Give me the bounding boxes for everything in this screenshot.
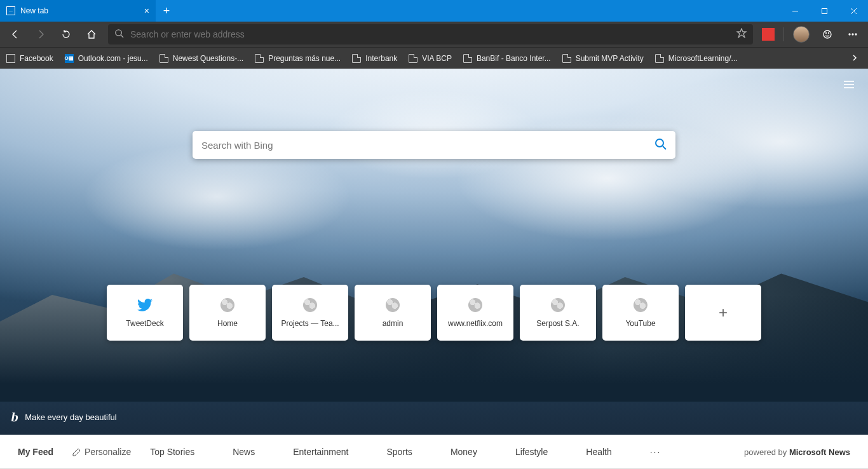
svg-line-5	[121, 35, 123, 37]
feed-category[interactable]: Entertainment	[293, 447, 348, 457]
favorites-overflow-icon[interactable]	[845, 53, 864, 64]
powered-brand: Microsoft News	[789, 447, 850, 457]
tile-label: admin	[383, 319, 403, 328]
quick-link-tile[interactable]: YouTube	[602, 285, 679, 341]
tab-close-icon[interactable]: ×	[144, 6, 149, 16]
globe-icon	[468, 297, 483, 313]
pg-icon	[352, 54, 361, 63]
powered-by: powered by Microsoft News	[744, 447, 850, 457]
tile-label: Home	[217, 319, 238, 328]
favorite-label: Facebook	[20, 54, 53, 63]
favorite-item[interactable]: Facebook	[4, 53, 56, 64]
quick-link-tile[interactable]: Home	[189, 285, 266, 341]
feed-personalize[interactable]: Personalize	[72, 447, 131, 457]
feed-category[interactable]: Top Stories	[150, 447, 194, 457]
pg-icon	[463, 54, 472, 63]
svg-point-16	[656, 139, 663, 147]
svg-line-17	[663, 146, 666, 149]
maximize-button[interactable]	[810, 0, 839, 22]
image-caption[interactable]: b Make every day beautiful	[11, 410, 117, 425]
favorite-item[interactable]: Interbank	[349, 53, 400, 64]
new-tab-button[interactable]: +	[156, 4, 177, 18]
globe-icon	[302, 297, 318, 313]
feed-myfeed[interactable]: My Feed	[18, 447, 53, 457]
feedback-smiley-icon[interactable]	[816, 24, 839, 44]
favorite-label: MicrosoftLearning/...	[668, 54, 738, 63]
title-bar: ··· New tab × +	[0, 0, 868, 22]
feed-category[interactable]: Lifestyle	[515, 447, 548, 457]
globe-icon	[220, 297, 235, 313]
globe-icon	[385, 297, 400, 313]
bing-search-box[interactable]	[193, 131, 675, 159]
refresh-button[interactable]	[55, 24, 78, 44]
pg-icon	[409, 54, 417, 63]
globe-icon	[550, 297, 566, 313]
address-bar[interactable]	[108, 24, 753, 44]
svg-marker-6	[737, 29, 746, 37]
feed-category[interactable]: Health	[586, 447, 611, 457]
svg-point-10	[849, 34, 850, 35]
close-window-button[interactable]	[839, 0, 868, 22]
tile-label: Projects — Tea...	[281, 319, 339, 328]
favorite-label: Preguntas más nue...	[268, 54, 341, 63]
pg-icon	[255, 54, 264, 63]
window-controls	[780, 0, 868, 22]
favorite-label: BanBif - Banco Inter...	[477, 54, 551, 63]
home-button[interactable]	[80, 24, 103, 44]
page-settings-button[interactable]	[843, 79, 855, 92]
quick-link-tile[interactable]: admin	[355, 285, 431, 341]
search-icon	[114, 29, 124, 41]
personalize-label: Personalize	[85, 447, 131, 457]
favorite-label: Outlook.com - jesu...	[78, 54, 148, 63]
settings-menu-button[interactable]	[841, 24, 864, 44]
feed-category[interactable]: Money	[451, 447, 477, 457]
feed-category[interactable]: Sports	[386, 447, 412, 457]
pg-icon	[159, 54, 168, 63]
quick-links: TweetDeckHomeProjects — Tea...adminwww.n…	[107, 285, 761, 341]
quick-link-tile[interactable]: Serpost S.A.	[520, 285, 596, 341]
svg-point-11	[852, 34, 853, 35]
favorite-item[interactable]: MicrosoftLearning/...	[653, 53, 740, 64]
plus-icon: +	[719, 304, 728, 322]
svg-rect-1	[822, 8, 827, 13]
favorites-bar: FacebookO▦Outlook.com - jesu...Newest Qu…	[0, 47, 868, 69]
minimize-button[interactable]	[780, 0, 810, 22]
svg-point-4	[116, 29, 121, 35]
quick-link-tile[interactable]: TweetDeck	[107, 285, 183, 341]
quick-link-tile[interactable]: www.netflix.com	[437, 285, 513, 341]
add-quick-link-tile[interactable]: +	[685, 285, 761, 341]
favorite-item[interactable]: VIA BCP	[406, 53, 454, 64]
caption-text: Make every day beautiful	[25, 412, 117, 422]
favorite-label: Newest Questions-...	[173, 54, 243, 63]
favorite-item[interactable]: BanBif - Banco Inter...	[461, 53, 553, 64]
profile-avatar[interactable]	[793, 26, 810, 43]
svg-point-8	[826, 33, 827, 34]
ol-icon: O▦	[65, 54, 74, 63]
twitter-icon	[137, 297, 153, 313]
quick-link-tile[interactable]: Projects — Tea...	[272, 285, 348, 341]
feed-bar: My Feed Personalize Top StoriesNewsEnter…	[0, 435, 868, 469]
favorite-star-icon[interactable]	[736, 28, 747, 41]
new-tab-page: TweetDeckHomeProjects — Tea...adminwww.n…	[0, 69, 868, 435]
tile-label: YouTube	[625, 319, 655, 328]
pg-icon	[655, 54, 664, 63]
favorite-item[interactable]: Submit MVP Activity	[560, 53, 646, 64]
separator	[783, 27, 784, 41]
globe-icon	[633, 297, 648, 313]
feed-category[interactable]: News	[233, 447, 255, 457]
extension-button[interactable]	[762, 28, 775, 41]
feed-more-icon[interactable]: ···	[650, 447, 661, 457]
favorite-item[interactable]: O▦Outlook.com - jesu...	[62, 53, 151, 64]
browser-tab[interactable]: ··· New tab ×	[0, 0, 156, 22]
back-button[interactable]	[4, 24, 27, 44]
search-icon[interactable]	[654, 137, 667, 153]
address-input[interactable]	[130, 29, 730, 39]
tile-label: Serpost S.A.	[536, 319, 579, 328]
tab-title: New tab	[20, 6, 139, 15]
bing-search-input[interactable]	[201, 140, 654, 151]
fb-icon	[6, 54, 15, 63]
forward-button[interactable]	[29, 24, 52, 44]
favorite-item[interactable]: Newest Questions-...	[157, 53, 246, 64]
favorite-label: VIA BCP	[422, 54, 452, 63]
favorite-item[interactable]: Preguntas más nue...	[252, 53, 343, 64]
